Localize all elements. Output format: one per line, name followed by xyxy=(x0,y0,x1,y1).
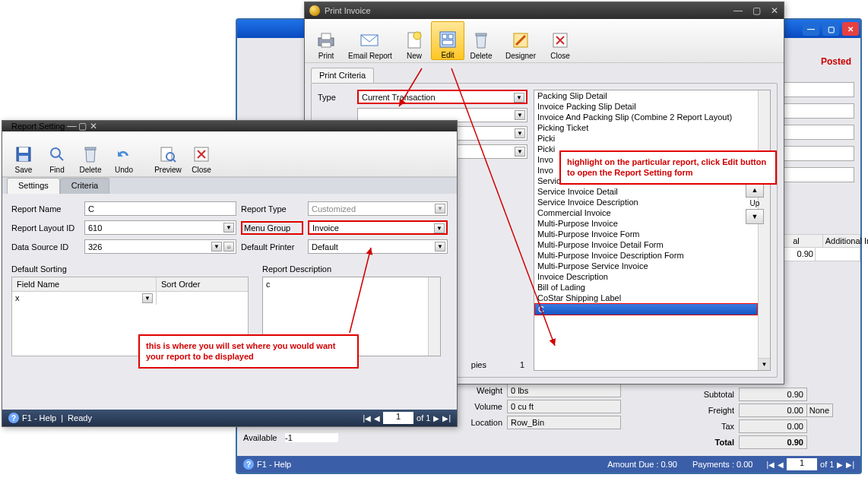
bg-close-button[interactable]: ✕ xyxy=(842,22,859,36)
pi-minimize-button[interactable]: — xyxy=(729,5,747,16)
report-list-item[interactable]: Service Invoice Detail xyxy=(534,186,758,197)
report-list-item[interactable]: Picki xyxy=(534,133,758,144)
freight-extra[interactable]: None xyxy=(807,403,833,417)
available-row: Available -1 xyxy=(243,433,338,442)
move-down-button[interactable]: ▼ xyxy=(746,209,764,224)
rs-ready: Ready xyxy=(68,413,92,422)
menu-group-dropdown[interactable]: Invoice▼ xyxy=(308,220,448,235)
preview-button[interactable]: Preview xyxy=(151,134,185,174)
report-list-item[interactable]: Multi-Purpose Invoice xyxy=(534,218,758,229)
report-list-item[interactable]: Multi-Purpose Invoice Form xyxy=(534,229,758,239)
pager-first-icon[interactable]: |◀ xyxy=(363,414,371,422)
sorting-grid-row[interactable]: x▼ xyxy=(12,292,248,305)
report-type-dropdown[interactable]: Customized▼ xyxy=(308,201,448,216)
pi-close-button[interactable]: ✕ xyxy=(765,5,784,16)
updown-panel: ▲ Up ▼ xyxy=(745,182,765,224)
move-up-button[interactable]: ▲ xyxy=(746,182,764,198)
available-label: Available xyxy=(243,433,285,442)
report-layout-id-input[interactable]: 610▼ xyxy=(84,220,236,235)
report-list-item[interactable]: Packing Slip Detail xyxy=(534,90,758,101)
chevron-down-icon[interactable]: ▼ xyxy=(758,358,770,370)
bg-maximize-button[interactable]: ▢ xyxy=(822,22,839,36)
copies-input[interactable]: 1 xyxy=(491,360,527,369)
print-button[interactable]: Print xyxy=(309,21,343,60)
scrollbar[interactable] xyxy=(758,90,770,370)
pi-maximize-button[interactable]: ▢ xyxy=(747,5,765,16)
report-list-item[interactable]: CoStar Shipping Label xyxy=(534,293,758,303)
sort-order-value[interactable] xyxy=(157,292,248,305)
tab-settings[interactable]: Settings xyxy=(7,178,60,194)
rs-close-tool-button[interactable]: Close xyxy=(185,134,218,174)
posted-label: Posted xyxy=(821,56,851,67)
undo-icon xyxy=(112,143,135,166)
report-list-item[interactable]: Bill of Lading xyxy=(534,282,758,293)
type-dropdown[interactable]: Current Transaction ▼ xyxy=(357,90,527,104)
rs-delete-button[interactable]: Delete xyxy=(74,134,107,174)
rs-minimize-button[interactable]: — xyxy=(67,121,76,131)
chevron-down-icon[interactable]: ▼ xyxy=(223,223,234,233)
report-list-item[interactable]: Invoice Packing Slip Detail xyxy=(534,101,758,112)
chevron-down-icon[interactable]: ▼ xyxy=(515,147,525,157)
pi-tabs: Print Criteria xyxy=(305,63,784,83)
tax-value: 0.00 xyxy=(739,419,807,433)
report-type-label: Report Type xyxy=(241,204,303,214)
rs-maximize-button[interactable]: ▢ xyxy=(78,121,87,131)
pager-current[interactable]: 1 xyxy=(787,458,817,470)
type-value: Current Transaction xyxy=(362,93,436,102)
email-report-button[interactable]: Email Report xyxy=(343,21,398,60)
report-description-label: Report Description xyxy=(262,264,448,274)
bg-minimize-button[interactable]: — xyxy=(803,22,819,36)
pi-title: Print Invoice xyxy=(325,6,729,15)
svg-point-5 xyxy=(413,32,421,40)
chevron-down-icon[interactable]: ▼ xyxy=(515,128,525,138)
bg-col-header: Additional Inf xyxy=(823,235,868,247)
report-list-item-selected[interactable]: C xyxy=(534,303,758,315)
pager-current[interactable]: 1 xyxy=(383,412,413,424)
tab-print-criteria[interactable]: Print Criteria xyxy=(311,68,374,83)
chevron-down-icon[interactable]: ▼ xyxy=(515,110,525,120)
chevron-down-icon[interactable]: ▼ xyxy=(211,242,222,252)
pager-prev-icon[interactable]: ◀ xyxy=(374,414,380,422)
save-button[interactable]: Save xyxy=(7,134,40,174)
edit-button[interactable]: Edit xyxy=(431,21,464,60)
data-source-id-input[interactable]: 326▼⌕ xyxy=(84,239,236,254)
lookup-icon[interactable]: ⌕ xyxy=(223,242,234,252)
email-icon xyxy=(359,29,382,52)
report-list-item[interactable]: Invoice And Packing Slip (Combine 2 Repo… xyxy=(534,112,758,122)
scrollbar[interactable] xyxy=(428,277,440,356)
chevron-down-icon[interactable]: ▼ xyxy=(142,293,153,303)
report-name-input[interactable]: C xyxy=(84,201,236,216)
chevron-down-icon[interactable]: ▼ xyxy=(435,242,445,252)
undo-button[interactable]: Undo xyxy=(107,134,141,174)
report-list-item[interactable]: Multi-Purpose Service Invoice xyxy=(534,261,758,271)
pager-next-icon[interactable]: ▶ xyxy=(837,460,843,469)
sort-order-col: Sort Order xyxy=(157,277,248,291)
report-list-item[interactable]: Service Invoice Description xyxy=(534,197,758,207)
tab-criteria[interactable]: Criteria xyxy=(60,178,109,194)
delete-button[interactable]: Delete xyxy=(464,21,498,60)
close-tool-button[interactable]: Close xyxy=(543,21,577,60)
designer-button[interactable]: Designer xyxy=(498,21,543,60)
pager-last-icon[interactable]: ▶| xyxy=(442,414,451,422)
pager-last-icon[interactable]: ▶| xyxy=(846,460,854,469)
new-button[interactable]: New xyxy=(398,21,431,60)
chevron-down-icon[interactable]: ▼ xyxy=(434,223,445,233)
pager-first-icon[interactable]: |◀ xyxy=(766,460,775,469)
pager-next-icon[interactable]: ▶ xyxy=(433,414,439,422)
report-list-item[interactable]: Multi-Purpose Invoice Detail Form xyxy=(534,239,758,250)
find-button[interactable]: Find xyxy=(40,134,74,174)
default-printer-dropdown[interactable]: Default▼ xyxy=(308,239,448,254)
rs-body: Report Name C Report Type Customized▼ Re… xyxy=(2,194,457,410)
pager-prev-icon[interactable]: ◀ xyxy=(778,460,784,469)
chevron-down-icon[interactable]: ▼ xyxy=(514,93,524,103)
copies-label: pies xyxy=(471,360,486,369)
available-value: -1 xyxy=(285,433,338,442)
report-list-item[interactable]: Commercial Invoice xyxy=(534,207,758,218)
report-list-item[interactable]: Multi-Purpose Invoice Description Form xyxy=(534,250,758,261)
report-list-item[interactable]: Picking Ticket xyxy=(534,122,758,133)
payments: Payments : 0.00 xyxy=(685,460,761,469)
report-list-item[interactable]: Invoice Description xyxy=(534,271,758,282)
report-listbox[interactable]: Packing Slip DetailInvoice Packing Slip … xyxy=(534,90,771,371)
chevron-down-icon[interactable]: ▼ xyxy=(435,204,445,214)
rs-close-button[interactable]: ✕ xyxy=(90,121,97,131)
